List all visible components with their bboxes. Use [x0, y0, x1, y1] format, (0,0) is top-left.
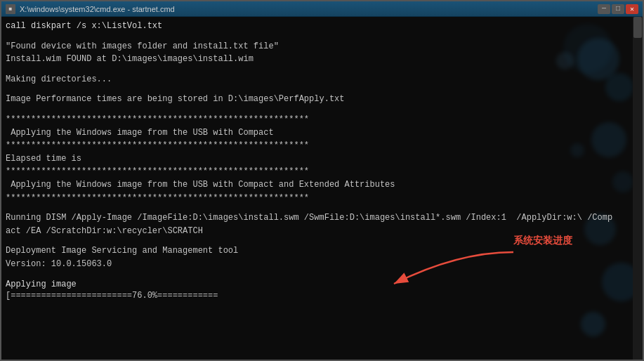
window-frame: ■ X:\windows\system32\cmd.exe - startnet…	[0, 0, 644, 361]
console-line: Applying the Windows image from the USB …	[6, 126, 638, 140]
annotation-arrow	[387, 249, 517, 291]
console-line-empty	[6, 86, 638, 93]
console-line: Making directories...	[6, 73, 638, 86]
console-line: ****************************************…	[6, 113, 638, 126]
console-line-empty	[6, 271, 638, 278]
window-title: X:\windows\system32\cmd.exe - startnet.c…	[20, 5, 175, 13]
title-bar: ■ X:\windows\system32\cmd.exe - startnet…	[1, 1, 643, 17]
console-line: ****************************************…	[6, 192, 638, 205]
progress-bar-line: [========================76.0%==========…	[6, 291, 638, 301]
window-controls: ─ □ ✕	[598, 4, 638, 14]
console-line: Running DISM /Apply-Image /ImageFile:D:\…	[6, 211, 638, 225]
console-line: Elapsed time is	[6, 152, 638, 166]
console-line-empty	[6, 33, 638, 40]
cmd-icon: ■	[6, 4, 15, 14]
title-bar-left: ■ X:\windows\system32\cmd.exe - startnet…	[6, 4, 175, 14]
console-line: ****************************************…	[6, 139, 638, 152]
console-line: "Found device with images folder and ins…	[6, 40, 638, 53]
console-line: Version: 10.0.15063.0	[6, 258, 638, 271]
scrollbar-thumb[interactable]	[633, 17, 642, 38]
console-line: call diskpart /s x:\ListVol.txt	[6, 20, 638, 33]
close-button[interactable]: ✕	[626, 4, 638, 14]
console-content: call diskpart /s x:\ListVol.txt "Found d…	[1, 17, 643, 360]
minimize-button[interactable]: ─	[598, 4, 610, 14]
console-line: ****************************************…	[6, 165, 638, 178]
annotation-text: 系统安装进度	[513, 235, 572, 247]
console-line: Install.wim FOUND at D:\images\images\in…	[6, 53, 638, 66]
console-line-empty	[6, 204, 638, 211]
console-line: Applying the Windows image from the USB …	[6, 178, 638, 192]
annotation-container: 系统安装进度	[513, 235, 572, 247]
console-line-empty	[6, 66, 638, 73]
console-line: Applying image	[6, 278, 638, 291]
console-line: Image Performance times are being stored…	[6, 93, 638, 106]
console-area: call diskpart /s x:\ListVol.txt "Found d…	[1, 17, 643, 360]
scrollbar[interactable]	[633, 17, 643, 360]
console-line-empty	[6, 106, 638, 113]
maximize-button[interactable]: □	[612, 4, 624, 14]
